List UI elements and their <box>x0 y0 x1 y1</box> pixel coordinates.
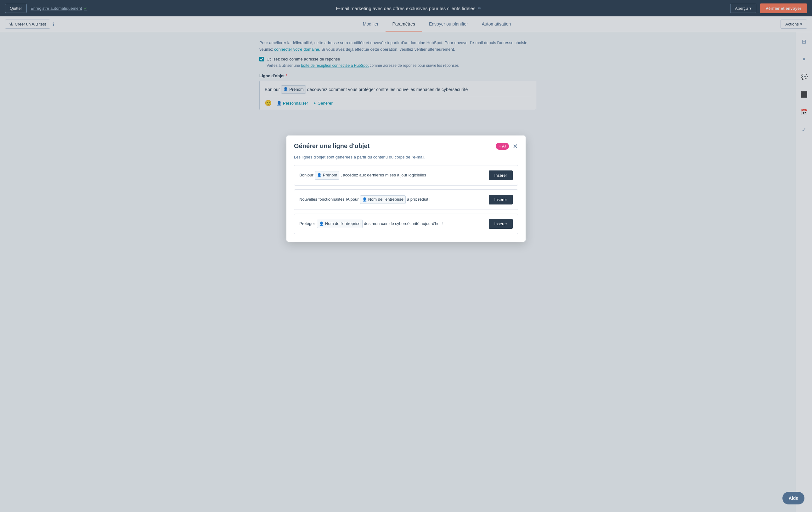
suggestion-text-3: Protégez 👤 Nom de l'entreprise des menac… <box>299 220 484 228</box>
suggestion-1-token[interactable]: 👤 Prénom <box>315 171 340 180</box>
suggestion-row-1: Bonjour 👤 Prénom , accédez aux dernières… <box>294 165 518 186</box>
insert-button-2[interactable]: Insérer <box>489 195 513 205</box>
person-icon-s3: 👤 <box>319 221 324 227</box>
person-icon-s2: 👤 <box>362 197 367 203</box>
modal-overlay: Générer une ligne d'objet + AI ✕ Les lig… <box>0 0 812 512</box>
suggestion-row-2: Nouvelles fonctionnalités IA pour 👤 Nom … <box>294 189 518 210</box>
person-icon-s1: 👤 <box>317 172 322 178</box>
suggestion-row-3: Protégez 👤 Nom de l'entreprise des menac… <box>294 214 518 234</box>
suggestion-2-token[interactable]: 👤 Nom de l'entreprise <box>360 195 406 204</box>
modal-backdrop[interactable] <box>0 0 812 512</box>
suggestion-3-token[interactable]: 👤 Nom de l'entreprise <box>317 220 362 228</box>
ai-badge: + AI <box>496 143 509 150</box>
help-button[interactable]: Aide <box>782 492 805 505</box>
suggestion-text-1: Bonjour 👤 Prénom , accédez aux dernières… <box>299 171 484 180</box>
modal-subtitle: Les lignes d'objet sont générées à parti… <box>286 155 526 165</box>
modal-close-button[interactable]: ✕ <box>513 143 518 149</box>
modal-header: Générer une ligne d'objet + AI ✕ <box>286 135 526 155</box>
suggestion-text-2: Nouvelles fonctionnalités IA pour 👤 Nom … <box>299 195 484 204</box>
modal-title: Générer une ligne d'objet <box>294 142 370 150</box>
modal-header-right: + AI ✕ <box>496 143 518 150</box>
generate-subject-modal: Générer une ligne d'objet + AI ✕ Les lig… <box>286 135 526 242</box>
insert-button-3[interactable]: Insérer <box>489 219 513 229</box>
insert-button-1[interactable]: Insérer <box>489 170 513 180</box>
modal-body: Bonjour 👤 Prénom , accédez aux dernières… <box>286 165 526 242</box>
